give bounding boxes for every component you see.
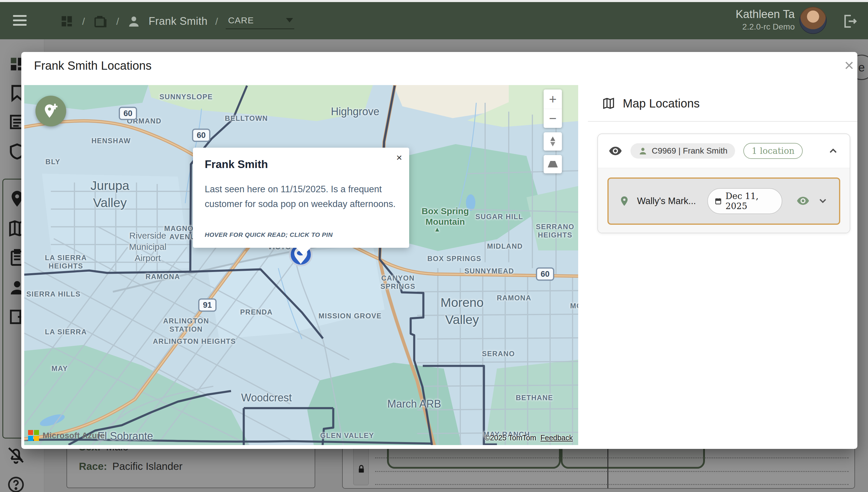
location-name: Wally's Mark...: [637, 196, 696, 206]
location-count-badge: 1 location: [743, 143, 803, 159]
breadcrumb-separator: /: [215, 16, 218, 27]
close-icon[interactable]: ×: [841, 58, 858, 74]
user-info: Kathleen Ta 2.2.0-rc Demo: [736, 7, 795, 33]
location-visibility-icon[interactable]: [796, 194, 810, 208]
briefcase-icon[interactable]: [93, 13, 108, 29]
user-name: Kathleen Ta: [736, 7, 795, 21]
logout-icon[interactable]: [841, 13, 858, 30]
zoom-controls: + −: [544, 90, 562, 128]
chevron-down-icon[interactable]: [817, 195, 829, 207]
feedback-link[interactable]: Feedback: [540, 434, 573, 442]
screen: Sex:Male Race:Pacific Islander: [0, 0, 868, 492]
person-chip-label: C9969 | Frank Smith: [652, 146, 727, 156]
popup-body: Last seen here on 11/15/2025. Is a frequ…: [205, 182, 400, 212]
person-group-row[interactable]: C9969 | Frank Smith 1 location: [598, 134, 850, 168]
map-canvas[interactable]: SUNNYSLOPEHighgroveORMANDBELLTOWNHENSHAW…: [24, 85, 578, 445]
map-locations-panel: Map Locations C9969 | Frank Smith 1 loca…: [588, 85, 858, 445]
popup-hint: HOVER FOR QUICK READ; CLICK TO PIN: [205, 231, 333, 238]
breadcrumb: / / Frank Smith / CARE: [59, 8, 294, 34]
location-row[interactable]: Wally's Mark... Dec 11, 2025: [607, 177, 840, 225]
pitch-button[interactable]: [544, 155, 562, 173]
menu-icon[interactable]: [13, 15, 27, 26]
modal-title: Frank Smith Locations: [34, 59, 151, 72]
app-version: 2.2.0-rc Demo: [736, 21, 795, 33]
chevron-up-icon[interactable]: [827, 145, 839, 157]
chevron-down-icon: [286, 18, 293, 22]
map-popup: × Frank Smith Last seen here on 11/15/20…: [193, 148, 409, 248]
location-pin-icon: [619, 195, 630, 207]
zoom-in-button[interactable]: +: [544, 90, 562, 109]
microsoft-logo-icon: [28, 430, 39, 441]
compass-button[interactable]: [544, 132, 562, 151]
person-breadcrumb-icon: [127, 14, 141, 28]
map-header-icon: [602, 97, 615, 110]
program-select[interactable]: CARE: [226, 14, 294, 29]
breadcrumb-separator: /: [116, 16, 119, 27]
map-copyright: ©2025 TomTomFeedback: [484, 434, 573, 442]
group-expanded-area: Wally's Mark... Dec 11, 2025: [598, 168, 850, 233]
person-group-card: C9969 | Frank Smith 1 location Wally's M…: [597, 133, 850, 233]
person-chip: C9969 | Frank Smith: [630, 143, 735, 158]
location-date: Dec 11, 2025: [726, 191, 775, 211]
panel-title: Map Locations: [623, 97, 700, 110]
popup-title: Frank Smith: [205, 158, 397, 171]
panel-divider: [588, 121, 858, 122]
calendar-icon: [714, 197, 722, 205]
avatar[interactable]: [799, 7, 827, 34]
grid-icon[interactable]: [59, 14, 74, 29]
visibility-toggle-icon[interactable]: [609, 144, 622, 158]
location-date-chip: Dec 11, 2025: [707, 188, 782, 214]
popup-close-icon[interactable]: ×: [396, 152, 402, 163]
breadcrumb-person[interactable]: Frank Smith: [149, 15, 208, 27]
map-provider: Microsoft Azure: [28, 430, 105, 441]
panel-header: Map Locations: [588, 85, 858, 110]
add-location-button[interactable]: [35, 96, 66, 126]
zoom-out-button[interactable]: −: [544, 109, 562, 128]
top-bar: / / Frank Smith / CARE Kathleen Ta 2.2.0…: [0, 2, 868, 39]
breadcrumb-separator: /: [82, 16, 85, 27]
